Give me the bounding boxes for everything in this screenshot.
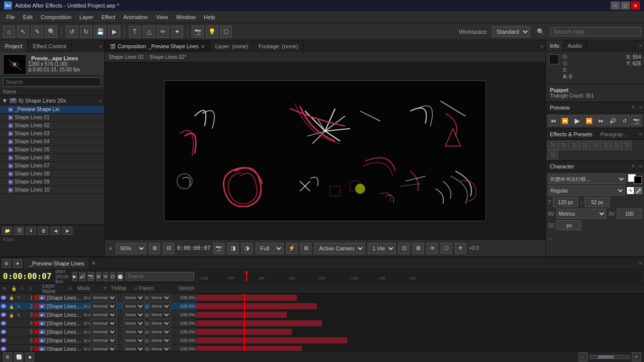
comp-viewer-tab[interactable]: 🎬 Composition: _Preview Shape Lines ✕ [105, 40, 210, 52]
layer-item-4[interactable]: ▶ Shape Lines 04 [0, 138, 104, 146]
tool-render[interactable]: ▶ [108, 26, 120, 38]
layer-parent-1[interactable]: None [149, 294, 171, 302]
panel-menu-icon[interactable]: ≡ [97, 44, 104, 49]
layer-trkmat-2[interactable]: None [123, 302, 145, 310]
layer-item-9[interactable]: ▶ Shape Lines 09 [0, 178, 104, 186]
tl-layer-row-7[interactable]: 7 ▶ [Shape Lines 07*] ⊞ fx Normal None [0, 345, 196, 351]
align-bl[interactable]: ⬛ [548, 150, 558, 159]
layer-trkmat-7[interactable]: None [123, 345, 145, 351]
tl-zoom-in-btn[interactable]: + [632, 352, 641, 361]
font-style-select[interactable]: Regular [548, 186, 625, 196]
view-options-btn[interactable]: ⊡ [398, 243, 410, 254]
tool-home[interactable]: ⌂ [3, 26, 15, 38]
tl-motion-btn[interactable]: ≋ [103, 272, 108, 281]
layer-parent-6[interactable]: None [149, 336, 171, 344]
timeline-tab-close[interactable]: ✕ [90, 260, 98, 266]
menu-edit[interactable]: Edit [19, 13, 37, 21]
menu-help[interactable]: Help [200, 13, 219, 21]
align-left[interactable]: ⬛ [548, 141, 558, 150]
tl-layer-row[interactable]: 🔒 ✎ 1 ▶ [Shape Lines 01*] ⊞ fx Normal [0, 294, 196, 302]
tl-layer-row-5[interactable]: 5 ▶ [Shape Lines 05*] ⊞ fx Normal None [0, 328, 196, 336]
motion-blur-btn[interactable]: ≋ [427, 243, 438, 254]
font-size-input[interactable] [553, 197, 578, 207]
effect-control-tab[interactable]: Effect Control [28, 40, 71, 52]
prev-item-btn[interactable]: ◀ [50, 227, 60, 235]
comp-overlay-btn[interactable]: ⊠ [413, 243, 424, 254]
timeline-search[interactable] [125, 272, 194, 281]
layer-mode-4[interactable]: Normal [91, 319, 117, 327]
tool-shape[interactable]: △ [143, 26, 155, 38]
tool-redo[interactable]: ↻ [80, 26, 92, 38]
layer-mode-6[interactable]: Normal [91, 336, 117, 344]
layer-parent-4[interactable]: None [149, 319, 171, 327]
tl-toggle-btn[interactable]: ⊞ [2, 259, 11, 268]
tool-camera[interactable]: 📷 [192, 26, 204, 38]
tl-live-btn[interactable]: ⬤ [117, 272, 123, 281]
tl-star-btn[interactable]: ★ [13, 259, 22, 268]
preview-tab[interactable]: Preview [546, 105, 574, 111]
layer-item-2[interactable]: ▶ Shape Lines 02 [0, 122, 104, 130]
tool-zoom[interactable]: 🔍 [45, 26, 57, 38]
layer-item-8[interactable]: ▶ Shape Lines 08 [0, 170, 104, 178]
effects-presets-tab[interactable]: Effects & Presets [546, 131, 596, 137]
align-bottom[interactable]: ⬛ [601, 141, 611, 150]
layer-parent-3[interactable]: None [149, 311, 171, 319]
tool-save[interactable]: 💾 [94, 26, 106, 38]
tl-zoom-slider[interactable] [590, 355, 630, 359]
timeline-menu[interactable]: ≡ [637, 260, 644, 266]
layer-item-1[interactable]: ▶ Shape Lines 01 [0, 114, 104, 122]
menu-window[interactable]: Window [172, 13, 200, 21]
layer-trkmat-3[interactable]: None [123, 311, 145, 319]
right-panel-menu[interactable]: ≡ [637, 43, 644, 48]
audio-tab[interactable]: Audio [564, 40, 586, 51]
tl-grid-btn[interactable]: ⊞ [96, 272, 101, 281]
workspace-select[interactable]: Standard [492, 26, 530, 37]
tool-undo[interactable]: ↺ [66, 26, 78, 38]
snapshot-preview-btn[interactable]: 📷 [631, 115, 642, 126]
layer-mode-2[interactable]: Normal [91, 302, 117, 310]
kerning-input[interactable] [617, 209, 642, 219]
tracking-select[interactable]: Metrics [556, 209, 607, 219]
info-tab[interactable]: Info [546, 40, 564, 51]
layer-item-5[interactable]: ▶ Shape Lines 05 [0, 146, 104, 154]
layer-eye-2[interactable] [1, 304, 6, 308]
transparency-btn[interactable]: ⊞ [300, 243, 311, 254]
tool-puppet[interactable]: ✦ [171, 26, 183, 38]
tool-3d[interactable]: ⬡ [220, 26, 232, 38]
footage-viewer-tab[interactable]: Footage: (none) [254, 40, 303, 52]
tl-zoom-out-btn[interactable]: - [579, 352, 588, 361]
character-tab[interactable]: Character [546, 163, 578, 169]
new-comp-btn[interactable]: 🎬 [14, 227, 24, 235]
composition-item[interactable]: _Previe...ape Lines 1280 x 576 (1.00) Δ … [0, 52, 104, 76]
layer-mode-1[interactable]: Normal [91, 294, 117, 302]
jump-end-btn[interactable]: ⏭ [596, 115, 607, 126]
tl-bottom-compose-btn[interactable]: ⊞ [3, 352, 12, 361]
menu-composition[interactable]: Composition [37, 13, 75, 21]
preview-menu[interactable]: ≡ [637, 105, 644, 110]
timeline-current-time[interactable]: 0:00:00:07 [3, 272, 51, 281]
jump-start-btn[interactable]: ⏮ [548, 115, 559, 126]
step-forward-btn[interactable]: ⏩ [584, 115, 595, 126]
font-family-select[interactable]: 刘楚吟书法行楷... [548, 174, 626, 184]
maximize-button[interactable]: □ [621, 2, 630, 10]
viewer-menu-icon[interactable]: ≡ [538, 44, 545, 49]
zoom-select[interactable]: 50% [116, 243, 146, 254]
character-close[interactable]: ✕ [629, 163, 637, 169]
tl-sound-btn[interactable]: 🔊 [79, 272, 86, 281]
search-help-input[interactable] [550, 27, 641, 36]
tool-brush[interactable]: ✏ [157, 26, 169, 38]
layer-mode-5[interactable]: Normal [91, 328, 117, 336]
project-tab[interactable]: Project [0, 40, 28, 52]
tool-pen[interactable]: ✎ [31, 26, 43, 38]
quality-select[interactable]: Full [256, 243, 283, 254]
text-color-swatches[interactable] [628, 174, 642, 184]
paragraph-tab[interactable]: Paragrap... [596, 131, 631, 137]
tl-preview-btn[interactable]: ▶ [72, 272, 77, 281]
group-menu[interactable]: ≡ [99, 98, 102, 104]
next-item-btn[interactable]: ▶ [62, 227, 72, 235]
tl-layer-row-6[interactable]: 6 ▶ [Shape Lines 06*] ⊞ fx Normal None [0, 336, 196, 345]
tl-adj-btn[interactable]: ⊡ [110, 272, 115, 281]
timeline-comp-tab[interactable]: _Preview Shape Lines [24, 257, 90, 269]
breadcrumb-2[interactable]: Shape Lines 02* [149, 54, 186, 60]
tool-light[interactable]: 💡 [206, 26, 218, 38]
